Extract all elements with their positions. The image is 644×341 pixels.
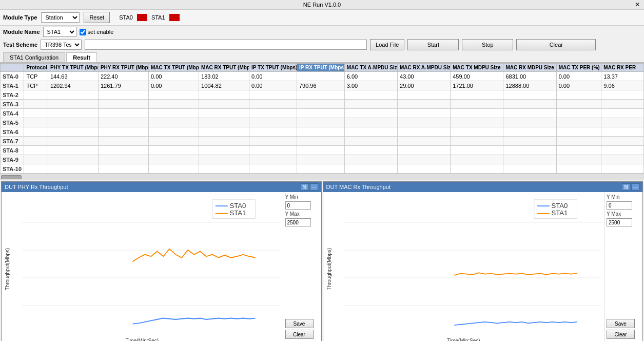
- phy-rx-chart-icons: 🖫 —: [301, 183, 318, 191]
- charts-section: DUT PHY Rx Throughput 🖫 — Throughput(Mbp…: [0, 180, 644, 341]
- svg-text:STA1: STA1: [551, 209, 568, 217]
- load-file-button[interactable]: Load File: [370, 39, 404, 50]
- col-mac-rx-mdpu: MAC RX MDPU Size: [503, 64, 556, 72]
- tab-result[interactable]: Result: [66, 52, 97, 62]
- col-phy-rx: PHY RX TPUT (Mbps): [98, 64, 148, 72]
- mac-rx-clear-button[interactable]: Clear: [607, 330, 635, 339]
- col-ip-tx: IP TX TPUT (Mbps): [249, 64, 297, 72]
- col-station: [1, 64, 24, 72]
- reset-button[interactable]: Reset: [84, 12, 110, 23]
- table-row: STA-9: [1, 155, 644, 164]
- table-row: STA-3: [1, 100, 644, 109]
- table-row: STA-7: [1, 137, 644, 146]
- module-name-label: Module Name: [3, 29, 40, 35]
- module-type-label: Module Type: [3, 14, 37, 21]
- mac-rx-ymin-label: Y Min: [607, 194, 640, 200]
- mac-rx-chart-icons: 🖫 —: [622, 183, 639, 191]
- set-enable-text: set enable: [88, 29, 114, 35]
- app-title: NE Run V1.0.0: [303, 2, 341, 8]
- mac-rx-chart-body: Throughput(Mbps) 2500 2000 1500 1000: [323, 192, 643, 341]
- phy-rx-ymax-input[interactable]: [285, 218, 311, 226]
- mac-rx-save-button[interactable]: Save: [607, 319, 635, 328]
- mac-rx-ymax-input[interactable]: [607, 218, 632, 226]
- phy-rx-chart-title: DUT PHY Rx Throughput: [5, 184, 68, 190]
- phy-rx-collapse-icon[interactable]: —: [310, 183, 318, 191]
- phy-rx-x-label: Time(Min:Sec): [125, 338, 159, 341]
- test-scheme-preset[interactable]: TR398 Test: [41, 40, 82, 50]
- col-mac-rx: MAC RX TPUT (Mbps): [199, 64, 249, 72]
- mac-rx-chart-header: DUT MAC Rx Throughput 🖫 —: [323, 182, 643, 192]
- phy-rx-chart-body: Throughput(Mbps) 2500 2000 1500 1000: [2, 192, 321, 341]
- mac-rx-chart-panel: DUT MAC Rx Throughput 🖫 — Throughput(Mbp…: [323, 181, 643, 341]
- table-wrapper[interactable]: Protocol PHY TX TPUT (Mbps) PHY RX TPUT …: [0, 63, 644, 174]
- phy-rx-chart-panel: DUT PHY Rx Throughput 🖫 — Throughput(Mbp…: [1, 181, 322, 341]
- phy-rx-save-button[interactable]: Save: [285, 319, 314, 328]
- phy-rx-chart-area: Throughput(Mbps) 2500 2000 1500 1000: [2, 192, 283, 341]
- col-protocol: Protocol: [24, 64, 48, 72]
- col-mac-tx-per: MAC TX PER (%): [556, 64, 601, 72]
- phy-rx-chart-header: DUT PHY Rx Throughput 🖫 —: [2, 182, 321, 192]
- test-scheme-label: Test Scheme: [3, 42, 37, 48]
- mac-rx-ymin-input[interactable]: [607, 201, 632, 210]
- mac-rx-ymax-label: Y Max: [607, 211, 640, 217]
- sta0-label: STA0: [119, 14, 133, 21]
- table-row: STA-8: [1, 146, 644, 155]
- sta0-indicator: [137, 14, 147, 21]
- module-name-select[interactable]: STA1: [43, 27, 76, 37]
- data-table-section: Protocol PHY TX TPUT (Mbps) PHY RX TPUT …: [0, 63, 644, 180]
- table-row: STA-0TCP144.63222.400.00183.020.00149.39…: [1, 72, 644, 81]
- phy-rx-controls: Y Min Y Max Save Clear: [283, 192, 321, 341]
- test-scheme-path[interactable]: /home/zc/NE_Run/TR398_test_case_json/tes…: [85, 40, 367, 50]
- svg-text:STA0: STA0: [229, 202, 246, 210]
- table-row: STA-2: [1, 90, 644, 100]
- sta1-label: STA1: [151, 14, 165, 21]
- results-table: Protocol PHY TX TPUT (Mbps) PHY RX TPUT …: [0, 63, 644, 174]
- col-mac-tx: MAC TX TPUT (Mbps): [148, 64, 199, 72]
- table-row: STA-5: [1, 118, 644, 127]
- phy-rx-svg: 2500 2000 1500 1000 500 0 04:00 04:30 05…: [22, 195, 280, 333]
- mac-rx-y-label: Throughput(Mbps): [326, 248, 331, 290]
- mac-rx-collapse-icon[interactable]: —: [631, 183, 639, 191]
- mac-rx-svg: 2500 2000 1500 1000 500 0 04:00 04:30 05…: [344, 195, 602, 333]
- phy-rx-y-label: Throughput(Mbps): [5, 248, 10, 290]
- start-button[interactable]: Start: [407, 39, 459, 50]
- col-mac-tx-mdpu: MAC TX MDPU Size: [451, 64, 503, 72]
- mac-rx-save-icon[interactable]: 🖫: [622, 183, 630, 191]
- phy-rx-ymin-input[interactable]: [285, 201, 311, 210]
- set-enable-label: set enable: [80, 29, 114, 35]
- mac-rx-x-label: Time(Min:Sec): [447, 338, 480, 341]
- tab-bar: STA1 Configuration Result: [0, 51, 644, 63]
- sta1-indicator: [169, 14, 180, 21]
- table-row: STA-10: [1, 164, 644, 174]
- phy-rx-save-icon[interactable]: 🖫: [301, 183, 309, 191]
- main-content: Protocol PHY TX TPUT (Mbps) PHY RX TPUT …: [0, 63, 644, 341]
- col-mac-tx-ampdu: MAC TX A-MPDU Size: [344, 64, 397, 72]
- mac-rx-chart-title: DUT MAC Rx Throughput: [326, 184, 391, 190]
- col-mac-rx-per: MAC RX PER: [601, 64, 644, 72]
- svg-text:STA0: STA0: [551, 202, 568, 210]
- close-button[interactable]: ✕: [635, 1, 640, 8]
- table-row: STA-6: [1, 127, 644, 137]
- svg-text:STA1: STA1: [229, 209, 246, 217]
- table-row: STA-4: [1, 109, 644, 118]
- horizontal-scrollbar[interactable]: [0, 174, 644, 180]
- tab-configuration[interactable]: STA1 Configuration: [3, 52, 65, 62]
- phy-rx-clear-button[interactable]: Clear: [285, 330, 314, 339]
- mac-rx-chart-area: Throughput(Mbps) 2500 2000 1500 1000: [323, 192, 604, 341]
- scrollbar-thumb[interactable]: [1, 175, 22, 179]
- table-row: STA-1TCP1202.941261.790.001004.820.00790…: [1, 81, 644, 90]
- col-mac-rx-ampdu: MAC RX A-MPDU Size: [398, 64, 451, 72]
- module-type-select[interactable]: Station: [41, 12, 80, 23]
- phy-rx-ymax-label: Y Max: [285, 211, 319, 217]
- set-enable-checkbox[interactable]: [80, 29, 86, 35]
- col-ip-rx: IP RX TPUT (Mbps): [297, 64, 344, 72]
- title-bar: NE Run V1.0.0 ✕: [0, 0, 644, 10]
- clear-button[interactable]: Clear: [516, 39, 596, 50]
- mac-rx-controls: Y Min Y Max Save Clear: [604, 192, 642, 341]
- col-phy-tx: PHY TX TPUT (Mbps): [48, 64, 98, 72]
- phy-rx-ymin-label: Y Min: [285, 194, 319, 200]
- stop-button[interactable]: Stop: [462, 39, 513, 50]
